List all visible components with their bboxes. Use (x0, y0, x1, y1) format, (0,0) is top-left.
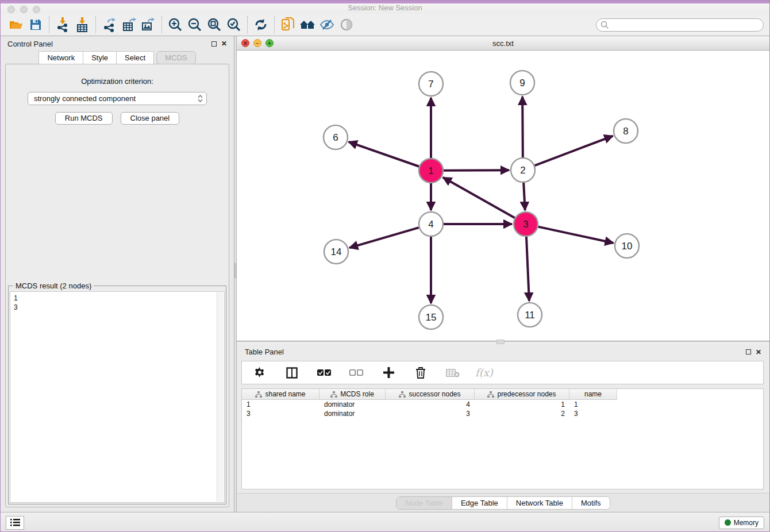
graph-node-2[interactable]: 2 (511, 158, 535, 182)
tab-node-table[interactable]: Node Table (396, 497, 452, 509)
open-session-button[interactable] (6, 16, 26, 34)
close-panel-button[interactable]: Close panel (121, 112, 180, 125)
search-input[interactable] (596, 18, 764, 32)
import-table-button[interactable] (72, 16, 92, 34)
first-neighbors-home-button[interactable] (298, 16, 317, 34)
graph-edge-3-1[interactable] (443, 178, 515, 218)
column-header-shared-name[interactable]: shared name (242, 389, 319, 400)
close-panel-icon[interactable]: ✕ (756, 349, 761, 355)
float-panel-icon[interactable] (211, 41, 217, 47)
tab-edge-table[interactable]: Edge Table (452, 497, 507, 509)
cell-predecessor-nodes: 1 (475, 400, 569, 409)
column-header-successor-nodes[interactable]: successor nodes (386, 389, 475, 400)
table-settings-button[interactable] (250, 364, 270, 382)
memory-button[interactable]: Memory (719, 516, 764, 529)
table-tabs: Node TableEdge TableNetwork TableMotifs (396, 496, 610, 510)
table-panel-title: Table Panel (245, 348, 284, 356)
export-table-button[interactable] (119, 16, 138, 34)
network-canvas[interactable]: 7968124314101511 (237, 51, 769, 341)
mcds-result-list[interactable]: 13 (10, 291, 225, 503)
horizontal-splitter[interactable] (237, 341, 769, 345)
node-label: 10 (622, 241, 633, 252)
column-header-mcds-role[interactable]: MCDS role (319, 389, 386, 400)
table-row[interactable]: 3dominator323 (242, 409, 763, 418)
network-maximize-button[interactable]: + (265, 39, 274, 47)
create-column-button[interactable] (379, 364, 398, 382)
criterion-dropdown[interactable]: strongly connected component (28, 92, 207, 105)
graph-node-8[interactable]: 8 (614, 119, 638, 143)
node-table[interactable]: shared nameMCDS rolesuccessor nodesprede… (241, 388, 764, 489)
graph-edge-2-3[interactable] (523, 183, 525, 210)
node-label: 11 (525, 310, 535, 321)
run-mcds-button[interactable]: Run MCDS (55, 112, 113, 125)
copy-network-style-button[interactable] (278, 16, 298, 34)
float-panel-icon[interactable] (746, 349, 751, 354)
graph-node-10[interactable]: 10 (615, 234, 639, 258)
network-graph[interactable]: 7968124314101511 (237, 51, 769, 341)
graph-node-3[interactable]: 3 (514, 212, 538, 236)
tab-motifs[interactable]: Motifs (572, 497, 610, 509)
graph-edge-1-6[interactable] (349, 142, 419, 167)
graph-edge-3-11[interactable] (526, 237, 529, 301)
function-builder-button[interactable]: f(x) (475, 367, 493, 379)
graph-node-15[interactable]: 15 (419, 305, 443, 329)
zoom-in-button[interactable] (165, 16, 185, 34)
table-toolbar: f(x) (241, 361, 764, 384)
graph-node-6[interactable]: 6 (324, 125, 348, 149)
graph-edge-3-10[interactable] (538, 227, 614, 243)
save-icon (29, 18, 42, 31)
hierarchy-icon (399, 391, 406, 398)
tab-style[interactable]: Style (83, 51, 117, 64)
table-row[interactable]: 1dominator411 (242, 400, 763, 409)
save-session-button[interactable] (26, 16, 45, 34)
graph-node-11[interactable]: 11 (518, 303, 542, 327)
minimize-window-button[interactable] (20, 6, 28, 13)
search-container (596, 18, 764, 32)
zoom-in-icon (168, 17, 183, 32)
splitter-grip[interactable] (234, 263, 236, 278)
window-controls[interactable] (7, 6, 40, 13)
graph-node-4[interactable]: 4 (419, 212, 443, 236)
network-close-button[interactable]: ✕ (241, 39, 249, 47)
result-scrollbar[interactable] (217, 292, 224, 502)
delete-table-button[interactable] (443, 364, 463, 382)
column-header-predecessor-nodes[interactable]: predecessor nodes (475, 389, 569, 400)
show-all-eye-button[interactable] (337, 16, 356, 34)
graph-edge-4-14[interactable] (349, 228, 419, 248)
zoom-fit-button[interactable] (205, 16, 224, 34)
graph-edge-2-9[interactable] (522, 97, 523, 157)
export-image-button[interactable] (138, 16, 158, 34)
apply-layout-refresh-button[interactable] (251, 16, 271, 34)
graph-node-1[interactable]: 1 (419, 159, 443, 183)
splitter-grip[interactable] (496, 340, 505, 344)
mcds-result-groupbox: MCDS result (2 nodes) 13 (8, 286, 226, 504)
task-history-button[interactable] (6, 516, 24, 530)
graph-node-14[interactable]: 14 (324, 240, 348, 264)
deselect-all-button[interactable] (346, 364, 366, 382)
tab-network-table[interactable]: Network Table (507, 497, 572, 509)
hide-selected-eye-slash-button[interactable] (317, 16, 337, 34)
close-panel-icon[interactable]: ✕ (221, 41, 227, 47)
import-network-button[interactable] (53, 16, 72, 34)
zoom-selected-button[interactable] (224, 16, 244, 34)
network-window-titlebar[interactable]: ✕ − + scc.txt (237, 36, 769, 51)
column-header-name[interactable]: name (569, 389, 617, 400)
delete-column-button[interactable] (411, 364, 430, 382)
graph-edge-2-8[interactable] (535, 136, 613, 166)
select-all-button[interactable] (314, 364, 334, 382)
network-minimize-button[interactable]: − (253, 39, 261, 47)
column-layout-button[interactable] (282, 364, 302, 382)
graph-node-7[interactable]: 7 (419, 72, 443, 96)
graph-node-9[interactable]: 9 (510, 71, 534, 95)
graph-edge-1-2[interactable] (444, 170, 509, 171)
tab-select[interactable]: Select (117, 51, 154, 64)
app-title: Session: New Session (1, 3, 769, 13)
maximize-window-button[interactable] (33, 6, 40, 13)
export-table-icon (122, 17, 136, 32)
zoom-out-button[interactable] (185, 16, 205, 34)
export-network-button[interactable] (99, 16, 119, 34)
export-network-icon (102, 17, 117, 32)
tab-mcds[interactable]: MCDS (156, 51, 195, 64)
tab-network[interactable]: Network (38, 51, 83, 64)
close-window-button[interactable] (7, 6, 15, 13)
